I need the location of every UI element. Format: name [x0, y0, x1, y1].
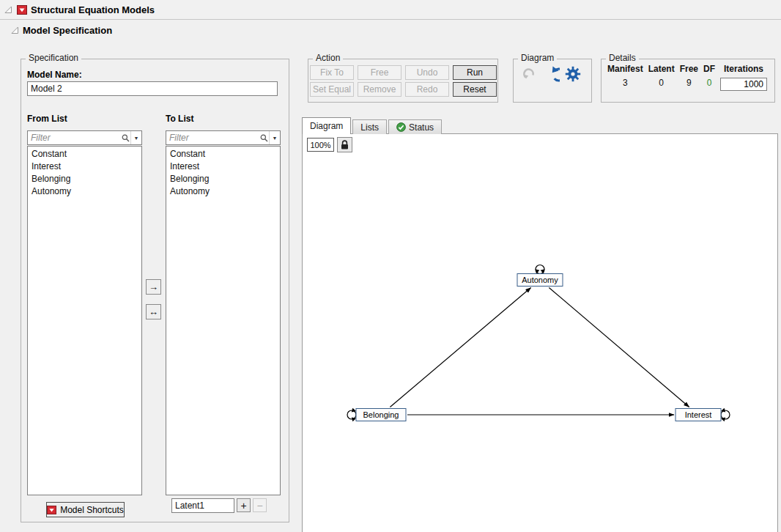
report-title: Structural Equation Models: [31, 4, 155, 15]
manifest-field: Manifest 3: [607, 64, 643, 88]
diagram-controls-legend: Diagram: [518, 53, 557, 63]
add-path-arrow-button[interactable]: →: [146, 279, 161, 295]
free-label: Free: [680, 64, 698, 74]
disclosure-icon[interactable]: [10, 26, 19, 35]
tab-diagram-label: Diagram: [310, 121, 343, 131]
details-fields: Manifest 3 Latent 0 Free 9 DF 0 Iteratio…: [607, 64, 767, 91]
df-value: 0: [707, 78, 712, 88]
svg-text:Autonomy: Autonomy: [522, 276, 558, 284]
model-shortcuts-button[interactable]: Model Shortcuts: [46, 502, 125, 517]
diagram-controls-groupbox: Diagram: [513, 59, 592, 103]
from-list: Constant Interest Belonging Autonomy: [27, 146, 142, 495]
run-button[interactable]: Run: [453, 65, 497, 80]
from-list-filter: ▼: [27, 130, 142, 145]
tab-diagram[interactable]: Diagram: [302, 117, 351, 134]
add-latent-button[interactable]: +: [237, 498, 251, 512]
action-buttons: Fix To Free Undo Run Set Equal Remove Re…: [310, 65, 497, 97]
iterations-label: Iterations: [724, 64, 763, 74]
sem-diagram-svg[interactable]: AutonomyBelongingInterest: [303, 134, 779, 532]
reset-layout-icon[interactable]: [519, 64, 538, 84]
specification-groupbox: Specification Model Name: From List To L…: [21, 59, 289, 522]
redo-button[interactable]: Redo: [405, 82, 449, 97]
manifest-value: 3: [623, 78, 628, 88]
view-tabs: Diagram Lists Status: [302, 117, 443, 134]
latent-label: Latent: [648, 64, 675, 74]
to-list: Constant Interest Belonging Autonomy: [166, 146, 281, 495]
model-shortcuts-label: Model Shortcuts: [60, 505, 124, 515]
list-item[interactable]: Belonging: [166, 173, 280, 185]
model-name-input[interactable]: [27, 81, 278, 96]
lock-zoom-icon[interactable]: [337, 137, 352, 152]
latent-name-input[interactable]: [171, 498, 234, 513]
set-equal-button[interactable]: Set Equal: [310, 82, 354, 97]
status-check-icon: [396, 122, 406, 132]
df-label: DF: [703, 64, 715, 74]
to-list-filter: ▼: [166, 130, 281, 145]
specification-legend: Specification: [26, 53, 81, 63]
zoom-level[interactable]: 100%: [307, 138, 334, 152]
tab-lists-label: Lists: [360, 122, 379, 133]
list-item[interactable]: Constant: [166, 148, 280, 160]
sem-window: Structural Equation Models Model Specifi…: [0, 0, 781, 532]
model-name-label: Model Name:: [27, 70, 82, 80]
report-header: Structural Equation Models: [0, 0, 781, 20]
svg-text:Belonging: Belonging: [363, 410, 399, 419]
filter-dropdown-icon[interactable]: ▼: [130, 131, 141, 144]
from-list-label: From List: [27, 114, 67, 124]
from-list-filter-input[interactable]: [28, 133, 120, 143]
manifest-label: Manifest: [607, 64, 643, 74]
latent-value: 0: [659, 78, 664, 88]
tab-status-label: Status: [409, 122, 434, 133]
remove-button[interactable]: Remove: [358, 82, 401, 97]
add-covariance-arrow-button[interactable]: ↔: [146, 304, 161, 319]
section-title: Model Specification: [23, 25, 112, 36]
refresh-layout-icon[interactable]: [541, 64, 560, 84]
remove-latent-button[interactable]: −: [253, 498, 267, 512]
red-triangle-menu-icon[interactable]: [16, 4, 27, 15]
red-triangle-menu-icon: [47, 506, 56, 514]
list-item[interactable]: Autonomy: [166, 185, 280, 198]
list-item[interactable]: Interest: [28, 160, 141, 173]
to-list-filter-input[interactable]: [166, 133, 259, 143]
details-legend: Details: [606, 53, 639, 63]
filter-dropdown-icon[interactable]: ▼: [269, 131, 280, 144]
action-groupbox: Action Fix To Free Undo Run Set Equal Re…: [308, 59, 498, 103]
search-icon: [120, 134, 130, 142]
df-field: DF 0: [703, 64, 715, 88]
undo-button[interactable]: Undo: [405, 65, 449, 80]
iterations-input[interactable]: [720, 78, 767, 91]
settings-gear-icon[interactable]: [563, 64, 582, 84]
disclosure-icon[interactable]: [3, 5, 12, 15]
list-item[interactable]: Belonging: [28, 173, 141, 185]
tab-status[interactable]: Status: [388, 119, 442, 134]
to-list-label: To List: [166, 114, 193, 124]
details-groupbox: Details Manifest 3 Latent 0 Free 9 DF 0 …: [601, 59, 775, 103]
free-button[interactable]: Free: [358, 65, 401, 80]
iterations-field: Iterations: [720, 64, 767, 91]
svg-text:Interest: Interest: [685, 410, 712, 419]
list-item[interactable]: Autonomy: [28, 185, 141, 198]
list-item[interactable]: Constant: [28, 148, 141, 160]
tab-lists[interactable]: Lists: [352, 119, 387, 134]
fix-to-button[interactable]: Fix To: [310, 65, 354, 80]
list-item[interactable]: Interest: [166, 160, 280, 173]
latent-field: Latent 0: [648, 64, 675, 88]
diagram-canvas[interactable]: AutonomyBelongingInterest 100%: [302, 133, 778, 532]
free-field: Free 9: [680, 64, 698, 88]
search-icon: [259, 134, 269, 142]
section-header: Model Specification: [0, 21, 781, 40]
reset-button[interactable]: Reset: [453, 82, 497, 97]
action-legend: Action: [313, 53, 343, 63]
free-value: 9: [686, 78, 692, 88]
